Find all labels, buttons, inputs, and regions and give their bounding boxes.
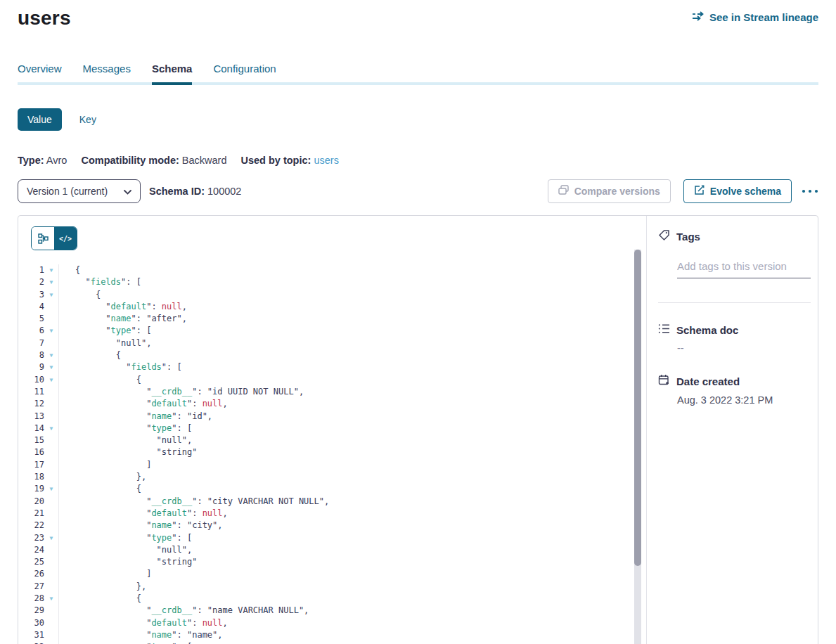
code-text: { <box>58 289 101 301</box>
fold-toggle-icon[interactable]: ▼ <box>44 361 58 373</box>
tab-schema[interactable]: Schema <box>152 63 193 82</box>
fold-spacer <box>44 411 58 423</box>
line-number: 14 <box>18 423 44 434</box>
fold-toggle-icon[interactable]: ▼ <box>44 264 58 276</box>
schema-doc-heading: Schema doc <box>658 323 811 336</box>
version-select[interactable]: Version 1 (current) <box>18 179 141 203</box>
scrollbar-thumb[interactable] <box>634 250 641 566</box>
used-by-topic-field: Used by topic: users <box>240 155 338 166</box>
line-number: 12 <box>18 398 44 410</box>
code-text: "__crdb__": "id UUID NOT NULL", <box>58 386 304 398</box>
code-text: "type": [ <box>58 325 151 337</box>
line-number: 17 <box>18 459 44 471</box>
code-line: 28▼ { <box>18 593 646 605</box>
line-number: 16 <box>18 446 44 458</box>
line-number: 1 <box>18 264 44 276</box>
fold-toggle-icon[interactable]: ▼ <box>44 483 58 495</box>
fold-toggle-icon[interactable]: ▼ <box>44 593 58 605</box>
code-text: "default": null, <box>58 508 228 520</box>
code-text: ] <box>58 568 151 580</box>
line-number: 7 <box>18 337 44 349</box>
line-number: 23 <box>18 532 44 544</box>
chevron-down-icon <box>124 186 131 197</box>
code-text: "string" <box>58 556 197 568</box>
code-text: "name": "name", <box>58 629 223 641</box>
date-created-heading: Date created <box>658 374 811 388</box>
code-text: "default": null, <box>58 398 228 410</box>
tree-view-button[interactable] <box>32 227 54 250</box>
fold-spacer <box>44 581 58 593</box>
fold-toggle-icon[interactable]: ▼ <box>44 532 58 544</box>
code-line: 3▼ { <box>18 289 646 301</box>
topic-link[interactable]: users <box>314 155 338 166</box>
code-line: 12 "default": null, <box>18 398 646 410</box>
fold-toggle-icon[interactable]: ▼ <box>44 325 58 337</box>
tab-messages[interactable]: Messages <box>83 63 131 82</box>
code-text: "name": "id", <box>58 411 212 423</box>
code-text: "default": null, <box>58 301 187 313</box>
code-text: { <box>58 593 141 605</box>
fold-toggle-icon[interactable]: ▼ <box>44 276 58 288</box>
code-line: 14▼ "type": [ <box>18 423 646 434</box>
line-number: 27 <box>18 581 44 593</box>
line-number: 20 <box>18 496 44 508</box>
date-created-section: Date created Aug. 3 2022 3:21 PM <box>658 374 811 406</box>
code-line: 8▼ { <box>18 349 646 361</box>
code-line: 25 "string" <box>18 556 646 568</box>
schema-id-field: Schema ID: 100002 <box>149 186 241 197</box>
see-in-stream-lineage-link[interactable]: See in Stream lineage <box>692 11 818 23</box>
schema-meta-row: Type: Avro Compatibility mode: Backward … <box>18 155 818 166</box>
more-actions-button[interactable] <box>802 189 818 193</box>
code-line: 22 "name": "city", <box>18 520 646 532</box>
code-text: "fields": [ <box>58 276 141 288</box>
code-text: { <box>58 264 80 276</box>
line-number: 19 <box>18 483 44 495</box>
code-line: 10▼ { <box>18 374 646 386</box>
code-text: "type": [ <box>58 423 192 434</box>
key-toggle-button[interactable]: Key <box>79 114 96 125</box>
line-number: 4 <box>18 301 44 313</box>
fold-spacer <box>44 459 58 471</box>
fold-toggle-icon[interactable]: ▼ <box>44 289 58 301</box>
code-line: 6▼ "type": [ <box>18 325 646 337</box>
fold-spacer <box>44 313 58 325</box>
tab-bar: OverviewMessagesSchemaConfiguration <box>18 63 818 85</box>
fold-toggle-icon[interactable]: ▼ <box>44 374 58 386</box>
code-line: 31 "name": "name", <box>18 629 646 641</box>
fold-spacer <box>44 301 58 313</box>
value-toggle-button[interactable]: Value <box>18 108 62 131</box>
fold-spacer <box>44 629 58 641</box>
fold-toggle-icon[interactable]: ▼ <box>44 641 58 644</box>
line-number: 29 <box>18 605 44 617</box>
tab-configuration[interactable]: Configuration <box>213 63 276 82</box>
code-line: 27 }, <box>18 581 646 593</box>
line-number: 21 <box>18 508 44 520</box>
compare-versions-button[interactable]: Compare versions <box>548 179 671 203</box>
fold-spacer <box>44 508 58 520</box>
code-line: 2▼ "fields": [ <box>18 276 646 288</box>
evolve-schema-button[interactable]: Evolve schema <box>683 179 792 203</box>
fold-spacer <box>44 398 58 410</box>
line-number: 28 <box>18 593 44 605</box>
code-line: 15 "null", <box>18 434 646 446</box>
code-text: ] <box>58 459 151 471</box>
code-text: "name": "after", <box>58 313 187 325</box>
schema-doc-value: -- <box>677 342 811 354</box>
fold-spacer <box>44 568 58 580</box>
code-line: 19▼ { <box>18 483 646 495</box>
code-view-button[interactable]: </> <box>54 227 77 250</box>
code-text: "null", <box>58 544 192 556</box>
fold-toggle-icon[interactable]: ▼ <box>44 349 58 361</box>
type-field: Type: Avro <box>18 155 67 166</box>
code-line: 4 "default": null, <box>18 301 646 313</box>
code-view-icon: </> <box>59 235 72 243</box>
fold-toggle-icon[interactable]: ▼ <box>44 423 58 434</box>
tab-overview[interactable]: Overview <box>18 63 62 82</box>
add-tags-input[interactable] <box>677 259 811 278</box>
code-line: 29 "__crdb__": "name VARCHAR NULL", <box>18 605 646 617</box>
code-text: "name": "city", <box>58 520 223 532</box>
code-text: "type": [ <box>58 641 192 644</box>
code-line: 20 "__crdb__": "city VARCHAR NOT NULL", <box>18 496 646 508</box>
code-text: "fields": [ <box>58 361 182 373</box>
code-line: 17 ] <box>18 459 646 471</box>
